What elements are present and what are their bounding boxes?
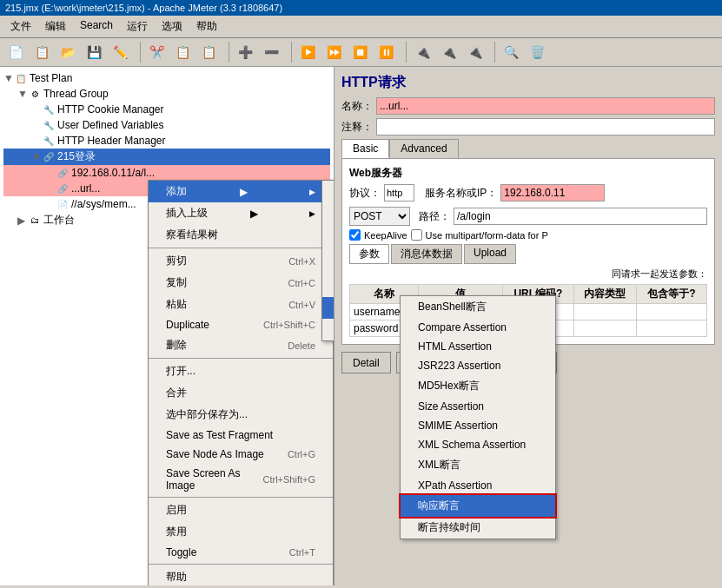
- ctx-add[interactable]: 添加 ▶: [149, 181, 333, 202]
- toolbar-paste[interactable]: 📋: [196, 41, 221, 63]
- protocol-input[interactable]: [384, 184, 414, 202]
- toolbar-add[interactable]: ➕: [233, 41, 257, 63]
- ctx-duplicate[interactable]: Duplicate Ctrl+Shift+C: [149, 315, 333, 334]
- assert-smime[interactable]: SMIME Assertion: [401, 416, 555, 435]
- menu-file[interactable]: 文件: [3, 17, 38, 36]
- ctx-save-node-image[interactable]: Save Node As Image Ctrl+G: [149, 445, 333, 464]
- tree-item-threadgroup[interactable]: ▼ ⚙ Thread Group: [3, 86, 330, 102]
- multipart-checkbox[interactable]: [411, 229, 422, 241]
- params-tab-upload[interactable]: Upload: [464, 244, 516, 264]
- toolbar-new[interactable]: 📄: [3, 41, 28, 63]
- sysmem-label: //a/sys/mem...: [71, 198, 136, 210]
- ctx-insert-parent[interactable]: 插入上级 ▶: [149, 202, 333, 224]
- ctx-delete[interactable]: 删除 Delete: [149, 334, 333, 356]
- keepalive-checkbox[interactable]: [349, 229, 361, 241]
- params-tab-body[interactable]: 消息体数据: [391, 244, 462, 264]
- tab-basic[interactable]: Basic: [341, 139, 389, 158]
- toolbar-clear-all[interactable]: 🗑️: [525, 41, 549, 63]
- ctx-save-screen-image[interactable]: Save Screen As Image Ctrl+Shift+G: [149, 464, 333, 495]
- submenu-add-listener[interactable]: 监听器 ▶: [322, 319, 335, 340]
- ctx-toggle[interactable]: Toggle Ctrl+T: [149, 543, 333, 562]
- assert-xmlschema[interactable]: XML Schema Assertion: [401, 435, 555, 454]
- ctx-insert-label: 插入上级: [166, 206, 208, 221]
- assert-compare[interactable]: Compare Assertion: [401, 318, 555, 337]
- ctx-copy[interactable]: 复制 Ctrl+C: [149, 272, 333, 294]
- assert-xml[interactable]: XML断言: [401, 454, 555, 476]
- toolbar-start-no-pause[interactable]: ⏩: [321, 41, 346, 63]
- name-input[interactable]: [376, 97, 715, 115]
- detail-button[interactable]: Detail: [341, 352, 391, 373]
- toolbar-start[interactable]: ▶️: [295, 41, 320, 63]
- submenu-add-config[interactable]: 配置元件 ▶: [322, 181, 335, 202]
- path-input[interactable]: [454, 208, 707, 225]
- menu-bar: 文件 编辑 Search 运行 选项 帮助: [0, 16, 722, 38]
- toolbar-save[interactable]: 💾: [82, 41, 106, 63]
- tree-item-url1[interactable]: ▶ 🔗 192.168.0.11/a/l...: [3, 165, 330, 181]
- ctx-help[interactable]: 帮助: [149, 566, 333, 585]
- method-select[interactable]: POST GET PUT DELETE: [349, 207, 410, 226]
- toolbar-templates[interactable]: 📋: [30, 41, 54, 63]
- assert-response[interactable]: 响应断言: [401, 495, 555, 517]
- submenu-add-assertion[interactable]: 断言 ▶: [322, 297, 335, 319]
- tab-advanced[interactable]: Advanced: [389, 139, 458, 158]
- ctx-merge[interactable]: 合并: [149, 382, 333, 404]
- assert-xpath[interactable]: XPath Assertion: [401, 476, 555, 495]
- ctx-enable[interactable]: 启用: [149, 499, 333, 521]
- ctx-copy-shortcut: Ctrl+C: [288, 278, 315, 288]
- tree-item-215[interactable]: ▼ 🔗 215登录: [3, 149, 330, 165]
- menu-edit[interactable]: 编辑: [38, 17, 73, 36]
- cookie-label: HTTP Cookie Manager: [57, 103, 164, 116]
- submenu-add-preprocess[interactable]: 前置处理器 ▶: [322, 224, 335, 261]
- assert-xml-label: XML断言: [418, 458, 460, 472]
- assert-md5hex[interactable]: MD5Hex断言: [401, 375, 555, 397]
- toolbar-cut[interactable]: ✂️: [144, 41, 169, 63]
- server-input[interactable]: [500, 184, 605, 202]
- params-tab-params[interactable]: 参数: [349, 244, 389, 264]
- toolbar-remote-start[interactable]: 🔌: [410, 41, 434, 63]
- name-row: 名称：: [341, 97, 715, 115]
- ctx-open[interactable]: 打开...: [149, 360, 333, 382]
- toolbar-remove[interactable]: ➖: [259, 41, 283, 63]
- menu-run[interactable]: 运行: [120, 17, 155, 36]
- ctx-save-partial[interactable]: 选中部分保存为...: [149, 404, 333, 426]
- submenu-add-timer[interactable]: 定时器 ▶: [322, 202, 335, 224]
- assert-html[interactable]: HTML Assertion: [401, 337, 555, 356]
- assert-smime-label: SMIME Assertion: [418, 420, 498, 432]
- ctx-disable[interactable]: 禁用: [149, 521, 333, 543]
- ctx-save-fragment[interactable]: Save as Test Fragment: [149, 426, 333, 445]
- testplan-icon: 📋: [14, 71, 28, 85]
- ctx-cut[interactable]: 剪切 Ctrl+X: [149, 250, 333, 272]
- toolbar-shutdown[interactable]: ⏸️: [374, 41, 398, 63]
- ctx-paste[interactable]: 粘贴 Ctrl+V: [149, 294, 333, 315]
- assert-beanshell[interactable]: BeanShell断言: [401, 296, 555, 318]
- toolbar-stop[interactable]: ⏹️: [348, 41, 372, 63]
- col-content: 内容类型: [573, 285, 636, 304]
- submenu-add-postprocess[interactable]: 后置处理器 ▶: [322, 261, 335, 297]
- ctx-insert-arrow: ▶: [250, 208, 258, 220]
- menu-options[interactable]: 选项: [155, 17, 189, 36]
- assert-response-label: 响应断言: [418, 499, 460, 513]
- tree-item-cookie[interactable]: ▶ 🔧 HTTP Cookie Manager: [3, 102, 330, 117]
- submenu-add: 配置元件 ▶ 定时器 ▶ 前置处理器 ▶ 后置处理器 ▶ 断言 ▶ 监听器 ▶: [321, 180, 335, 341]
- toolbar-search2[interactable]: 🔍: [499, 41, 523, 63]
- header-icon: 🔧: [42, 134, 56, 148]
- main-layout: ▼ 📋 Test Plan ▼ ⚙ Thread Group ▶ 🔧 HTTP …: [0, 67, 722, 585]
- toolbar-copy[interactable]: 📋: [170, 41, 195, 63]
- tree-item-testplan[interactable]: ▼ 📋 Test Plan: [3, 70, 330, 86]
- toolbar-open[interactable]: 📂: [56, 41, 80, 63]
- assert-jsr223[interactable]: JSR223 Assertion: [401, 356, 555, 375]
- ctx-view-results[interactable]: 察看结果树: [149, 224, 333, 246]
- server-row: 协议： 服务名称或IP：: [349, 184, 707, 202]
- menu-help[interactable]: 帮助: [189, 17, 224, 36]
- comment-input[interactable]: [376, 118, 715, 135]
- assert-size[interactable]: Size Assertion: [401, 397, 555, 416]
- tree-item-uservars[interactable]: ▶ 🔧 User Defined Variables: [3, 117, 330, 133]
- tree-expand-215: ▼: [31, 151, 42, 163]
- toolbar-remote-stop[interactable]: 🔌: [436, 41, 460, 63]
- toolbar-revert[interactable]: ✏️: [108, 41, 132, 63]
- tree-item-header[interactable]: ▶ 🔧 HTTP Header Manager: [3, 133, 330, 149]
- toolbar-remote-all[interactable]: 🔌: [462, 41, 487, 63]
- row1-include: [636, 304, 706, 320]
- assert-duration[interactable]: 断言持续时间: [401, 517, 555, 538]
- menu-search[interactable]: Search: [73, 17, 120, 36]
